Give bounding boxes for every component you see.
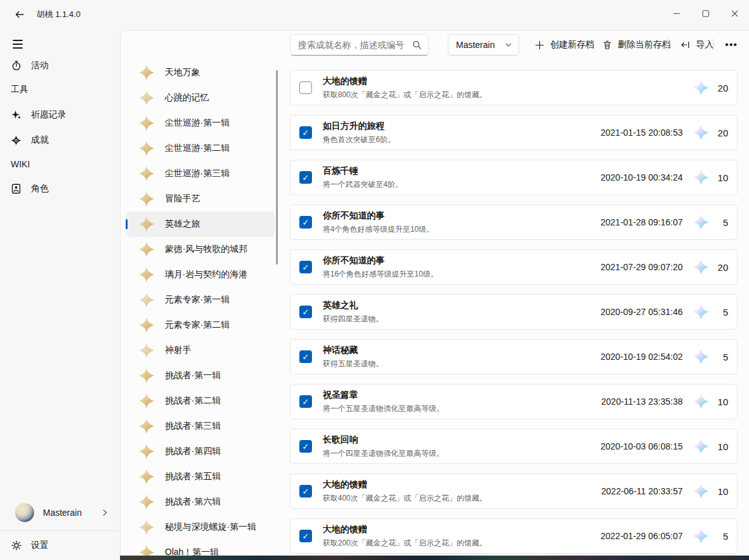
- category-item[interactable]: 挑战者·第六辑: [126, 489, 275, 515]
- achievement-title: 英雄之礼: [323, 300, 572, 311]
- category-label: 尘世巡游·第一辑: [165, 117, 230, 129]
- category-label: 心跳的记忆: [165, 92, 209, 104]
- primogem-icon: [693, 483, 709, 499]
- achievement-checkbox[interactable]: [299, 395, 312, 408]
- titlebar: 胡桃 1.1.4.0: [0, 0, 749, 28]
- toolbar-divider: [668, 39, 668, 51]
- primogem-icon: [693, 349, 709, 365]
- achievement-description: 将16个角色好感等级提升至10级。: [323, 269, 572, 280]
- category-item[interactable]: 璃月·岩与契约的海港: [126, 262, 275, 287]
- category-item[interactable]: 挑战者·第一辑: [126, 363, 275, 388]
- sidebar-item-activity[interactable]: 活动: [3, 54, 117, 77]
- achievement-row: 神话秘藏 获得五星圣遗物。 2020-10-19 02:54:02 5: [290, 339, 738, 374]
- category-item[interactable]: 挑战者·第五辑: [126, 464, 275, 489]
- achievement-category-icon: [138, 115, 155, 131]
- achievement-row: 你所不知道的事 将4个角色好感等级提升至10级。 2021-01-28 09:1…: [290, 205, 738, 240]
- user-account-button[interactable]: Masterain: [0, 497, 120, 528]
- achievement-title: 长歌回响: [323, 434, 572, 446]
- achievement-list: 大地的馈赠 获取800次「藏金之花」或「启示之花」的馈藏。 20 如日方升的旅程…: [290, 70, 738, 560]
- achievement-description: 获得五星圣遗物。: [323, 359, 572, 369]
- maximize-button[interactable]: [691, 0, 720, 27]
- category-label: 神射手: [165, 345, 191, 356]
- sidebar-item-character[interactable]: 角色: [3, 177, 117, 200]
- achievement-date: 2022-01-29 06:05:07: [572, 531, 683, 541]
- chevron-down-icon: [505, 41, 512, 49]
- achievement-checkbox[interactable]: [299, 350, 312, 363]
- close-icon: [731, 10, 738, 17]
- achievement-checkbox[interactable]: [299, 440, 312, 453]
- import-icon: [680, 40, 690, 50]
- category-item[interactable]: 冒险手艺: [126, 186, 275, 211]
- achievement-row: 百炼千锤 将一个武器突破至4阶。 2020-10-19 00:34:24 10: [290, 160, 738, 195]
- category-item[interactable]: 挑战者·第二辑: [126, 388, 275, 414]
- sidebar-item-label: 设置: [31, 540, 49, 551]
- category-item[interactable]: 元素专家·第一辑: [126, 287, 275, 313]
- delete-archive-button[interactable]: 删除当前存档: [596, 34, 677, 56]
- category-item[interactable]: 心跳的记忆: [126, 85, 275, 110]
- achievement-checkbox[interactable]: [299, 306, 312, 318]
- category-scrollbar[interactable]: [276, 70, 278, 265]
- sidebar: 活动 工具 祈愿记录 成就 WIKI 角色 Masterain: [0, 28, 120, 560]
- search-button[interactable]: [407, 36, 426, 54]
- achievement-date: 2020-11-13 23:35:38: [572, 396, 683, 407]
- sidebar-item-wish-history[interactable]: 祈愿记录: [3, 104, 117, 126]
- achievement-category-icon: [138, 317, 155, 333]
- category-item[interactable]: 尘世巡游·第二辑: [126, 136, 275, 161]
- achievement-reward-count: 5: [712, 531, 728, 542]
- category-item[interactable]: 尘世巡游·第三辑: [126, 161, 275, 186]
- achievement-reward-count: 10: [712, 486, 728, 497]
- category-item[interactable]: 天地万象: [126, 60, 275, 85]
- achievement-checkbox[interactable]: [299, 530, 312, 542]
- category-item[interactable]: 挑战者·第三辑: [126, 414, 275, 439]
- achievement-checkbox[interactable]: [299, 216, 312, 229]
- minimize-button[interactable]: [662, 0, 691, 27]
- achievement-checkbox[interactable]: [299, 171, 312, 184]
- maximize-icon: [702, 10, 709, 17]
- category-label: 挑战者·第六辑: [165, 496, 221, 508]
- archive-selected-value: Masterain: [456, 40, 494, 50]
- achievement-reward-count: 10: [712, 172, 728, 183]
- category-item[interactable]: 神射手: [126, 338, 275, 363]
- sidebar-section-tools: 工具: [3, 77, 117, 102]
- achievement-description: 将一个武器突破至4阶。: [323, 179, 572, 190]
- category-item[interactable]: 秘境与深境螺旋·第一辑: [126, 515, 275, 540]
- achievement-date: 2020-10-19 00:34:24: [572, 172, 683, 182]
- create-archive-button[interactable]: 创建新存档: [529, 34, 601, 56]
- achievement-checkbox[interactable]: [299, 485, 312, 497]
- category-label: 蒙德·风与牧歌的城邦: [165, 244, 248, 255]
- category-item[interactable]: 蒙德·风与牧歌的城邦: [126, 237, 275, 262]
- achievement-reward-count: 5: [712, 352, 728, 362]
- search-input[interactable]: [291, 40, 407, 50]
- achievement-description: 获取400次「藏金之花」或「启示之花」的馈藏。: [323, 493, 572, 504]
- close-button[interactable]: [720, 0, 749, 27]
- create-archive-label: 创建新存档: [550, 39, 594, 51]
- achievement-checkbox[interactable]: [299, 261, 312, 273]
- achievement-checkbox[interactable]: [299, 81, 312, 94]
- category-item[interactable]: 挑战者·第四辑: [126, 439, 275, 464]
- category-label: 尘世巡游·第二辑: [165, 143, 230, 154]
- category-item[interactable]: 尘世巡游·第一辑: [126, 110, 275, 136]
- sidebar-item-settings[interactable]: 设置: [3, 534, 117, 557]
- archive-selector-dropdown[interactable]: Masterain: [448, 34, 519, 56]
- category-label: 英雄之旅: [165, 218, 200, 230]
- minimize-icon: [673, 10, 680, 17]
- achievement-description: 将一个五星圣遗物强化至最高等级。: [323, 403, 572, 414]
- import-label: 导入: [696, 39, 714, 51]
- category-item-selected[interactable]: 英雄之旅: [126, 211, 275, 237]
- achievement-checkbox[interactable]: [299, 126, 312, 139]
- back-button[interactable]: [9, 5, 30, 24]
- achievement-row: 你所不知道的事 将16个角色好感等级提升至10级。 2021-07-29 09:…: [290, 249, 738, 285]
- achievement-row: 祝圣篇章 将一个五星圣遗物强化至最高等级。 2020-11-13 23:35:3…: [290, 384, 738, 419]
- more-options-button[interactable]: •••: [719, 34, 743, 56]
- category-label: 冒险手艺: [165, 193, 200, 205]
- category-item[interactable]: 元素专家·第二辑: [126, 313, 275, 338]
- achievement-category-icon: [138, 292, 155, 308]
- hamburger-menu-button[interactable]: [9, 35, 30, 54]
- achievement-category-icon: [138, 165, 155, 182]
- achievement-title: 大地的馈赠: [323, 76, 572, 87]
- achievement-category-icon: [138, 418, 155, 434]
- achievement-category-icon: [138, 90, 155, 106]
- primogem-icon: [693, 259, 709, 275]
- achievement-description: 将4个角色好感等级提升至10级。: [323, 224, 572, 235]
- sidebar-item-achievement[interactable]: 成就: [3, 129, 117, 152]
